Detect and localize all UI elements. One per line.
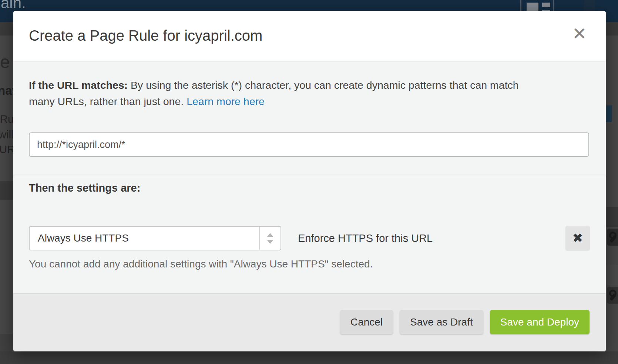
topbar-text-fragment: ain. — [1, 0, 26, 12]
remove-setting-button[interactable]: ✖ — [565, 226, 590, 250]
chevron-up-icon — [267, 233, 273, 237]
learn-more-link[interactable]: Learn more here — [187, 95, 265, 107]
create-page-rule-modal: Create a Page Rule for icyapril.com ✕ If… — [13, 11, 606, 351]
backdrop-band — [0, 351, 618, 364]
close-icon[interactable]: ✕ — [572, 25, 587, 42]
wrench-icon — [607, 229, 618, 246]
setting-select[interactable]: Always Use HTTPS — [29, 226, 281, 250]
backdrop-band — [606, 265, 618, 285]
modal-title: Create a Page Rule for icyapril.com — [29, 27, 262, 44]
backdrop-band — [606, 207, 618, 227]
url-match-label: If the URL matches: — [29, 79, 128, 91]
settings-heading: Then the settings are: — [29, 182, 140, 194]
select-spinner[interactable] — [259, 227, 281, 250]
backdrop-text-fragment: UR — [0, 144, 15, 156]
save-and-deploy-button[interactable]: Save and Deploy — [490, 310, 590, 334]
setting-note: You cannot add any additional settings w… — [29, 258, 373, 270]
backdrop-text-fragment: will — [0, 129, 13, 141]
cancel-button[interactable]: Cancel — [340, 310, 393, 334]
backdrop-band — [0, 22, 13, 36]
setting-select-value: Always Use HTTPS — [38, 227, 129, 250]
backdrop-band — [606, 22, 618, 36]
setting-description: Enforce HTTPS for this URL — [298, 226, 433, 250]
wrench-icon — [607, 287, 618, 304]
chevron-down-icon — [267, 240, 273, 244]
layout-icon-bar — [542, 3, 550, 7]
section-divider — [13, 175, 606, 175]
page-rules-screen: ain. e nav Ru will UR Create a Page Rule… — [0, 0, 618, 364]
backdrop-blue-button-fragment — [606, 105, 612, 122]
modal-header: Create a Page Rule for icyapril.com ✕ — [13, 11, 606, 62]
url-pattern-input[interactable] — [29, 132, 589, 157]
url-match-description: If the URL matches: By using the asteris… — [29, 77, 547, 109]
backdrop-text-fragment: e — [0, 52, 10, 72]
backdrop-table-header — [0, 181, 13, 200]
backdrop-text-fragment: Ru — [0, 113, 14, 125]
backdrop-band — [0, 334, 13, 351]
save-as-draft-button[interactable]: Save as Draft — [400, 310, 483, 334]
modal-footer: Cancel Save as Draft Save and Deploy — [13, 293, 606, 351]
